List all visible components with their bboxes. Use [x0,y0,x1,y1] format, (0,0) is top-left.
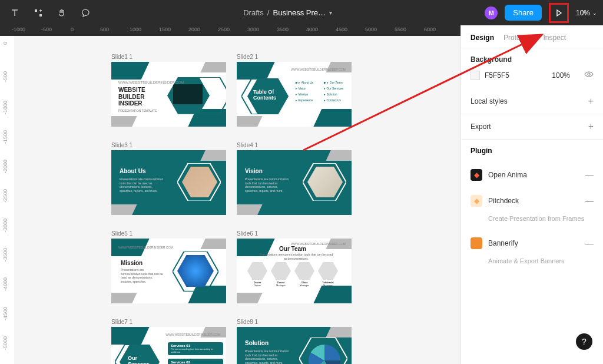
background-swatch[interactable] [471,71,480,80]
vertical-ruler: 0-500-1000-1500-2000-2500-3000-3500-4000… [0,36,14,364]
add-style-icon[interactable]: + [588,96,594,107]
background-hex[interactable]: F5F5F5 [485,71,547,80]
text-tool-icon[interactable] [9,8,20,18]
tab-inspect[interactable]: Inspect [543,34,566,42]
slide-label[interactable]: Slide3 1 [111,142,226,148]
background-section-label: Background [471,55,512,64]
slide-thumbnail[interactable]: Solution Presentations are communication… [237,327,352,364]
plugin-section-header: Plugin [461,140,603,162]
slide-thumbnail[interactable]: Our Team Presentations are communication… [237,239,352,303]
slide-thumbnail[interactable]: About Us Presentations are communication… [111,150,226,215]
slide-frame[interactable]: Slide6 1 Our Team Presentations are comm… [237,230,352,303]
plugin-item[interactable]: ◆ Open Anima — [461,162,603,188]
slide-label[interactable]: Slide6 1 [237,230,352,237]
slide-thumbnail[interactable]: Table Of Contents ▸ About Us▸ Vision▸ Mi… [237,62,352,127]
local-styles-label: Local styles [471,97,508,105]
slide-thumbnail[interactable]: WWW.WEBSITEBUILDERINSIDER.COM WEBSITE BU… [111,62,226,127]
breadcrumb[interactable]: Drafts / Business Pre… ▾ [91,8,485,17]
slide-label[interactable]: Slide2 1 [237,54,352,60]
slide-label[interactable]: Slide5 1 [111,230,226,237]
plugin-item[interactable]: ◆ Pitchdeck — [461,188,603,214]
panel-tabs: Design Prototype Inspect [461,25,603,48]
breadcrumb-file[interactable]: Business Pre… [273,8,326,17]
slide-thumbnail[interactable]: Vision Presentations are communication t… [237,150,352,215]
properties-panel: Design Prototype Inspect Background F5F5… [460,25,603,364]
export-label: Export [471,123,491,131]
background-row[interactable]: F5F5F5 100% [461,64,603,89]
slide-label[interactable]: Slide4 1 [237,142,352,148]
top-toolbar: Drafts / Business Pre… ▾ M Share 10% ⌄ [0,0,603,25]
remove-plugin-icon[interactable]: — [585,170,594,180]
plugin-name: Open Anima [488,171,579,179]
breadcrumb-sep: / [267,8,270,17]
comment-tool-icon[interactable] [80,8,91,18]
plugin-name: Bannerify [488,239,579,247]
plugin-icon: ◆ [471,195,482,207]
components-tool-icon[interactable] [33,8,44,18]
tab-prototype[interactable]: Prototype [503,34,534,42]
slide-frame[interactable]: Slide4 1 Vision Presentations are commun… [237,142,352,215]
plugin-item[interactable]: ◆ Bannerify — [461,230,603,256]
slide-thumbnail[interactable]: Mission Presentations are communication … [111,239,226,303]
zoom-dropdown[interactable]: 10% ⌄ [576,9,597,17]
canvas[interactable]: Slide1 1 WWW.WEBSITEBUILDERINSIDER.COM W… [14,36,460,364]
slide-label[interactable]: Slide8 1 [237,319,352,325]
slide-label[interactable]: Slide1 1 [111,54,226,60]
svg-rect-0 [35,9,37,12]
plugin-sublabel: Animate & Export Banners [461,256,603,273]
tab-design[interactable]: Design [471,34,494,42]
help-button[interactable]: ? [576,333,592,350]
present-button[interactable] [549,3,569,23]
slide-frame[interactable]: Slide3 1 About Us Presentations are comm… [111,142,226,215]
slide-frame[interactable]: Slide1 1 WWW.WEBSITEBUILDERINSIDER.COM W… [111,54,226,127]
slide-frame[interactable]: Slide7 1 Our Services Services 01Put som… [111,319,226,364]
slide-frame[interactable]: Slide5 1 Mission Presentations are commu… [111,230,226,303]
hand-tool-icon[interactable] [57,8,67,18]
slide-label[interactable]: Slide7 1 [111,319,226,325]
svg-rect-1 [39,14,42,16]
horizontal-ruler: -1000-5000500100015002000250030003500400… [0,25,460,36]
plugin-name: Pitchdeck [488,197,579,205]
local-styles-section[interactable]: Local styles + [461,89,603,114]
slide-frame[interactable]: Slide8 1 Solution Presentations are comm… [237,319,352,364]
chevron-down-icon[interactable]: ▾ [329,9,332,16]
chevron-down-icon: ⌄ [592,10,597,16]
visibility-toggle-icon[interactable] [584,70,594,81]
zoom-value: 10% [576,9,590,17]
plugin-icon: ◆ [471,237,482,249]
share-button[interactable]: Share [505,5,542,21]
background-opacity[interactable]: 100% [552,71,570,80]
plugin-sublabel: Create Presentation from Frames [461,214,603,230]
slide-thumbnail[interactable]: Our Services Services 01Put some wording… [111,327,226,364]
breadcrumb-folder[interactable]: Drafts [243,8,264,17]
slide-frame[interactable]: Slide2 1 Table Of Contents ▸ About Us▸ V… [237,54,352,127]
avatar[interactable]: M [485,6,498,19]
remove-plugin-icon[interactable]: — [585,196,594,206]
remove-plugin-icon[interactable]: — [585,239,594,248]
slide-grid: Slide1 1 WWW.WEBSITEBUILDERINSIDER.COM W… [111,54,352,364]
add-export-icon[interactable]: + [588,121,594,132]
svg-point-10 [588,73,590,75]
plugin-icon: ◆ [471,169,482,181]
export-section[interactable]: Export + [461,114,603,140]
